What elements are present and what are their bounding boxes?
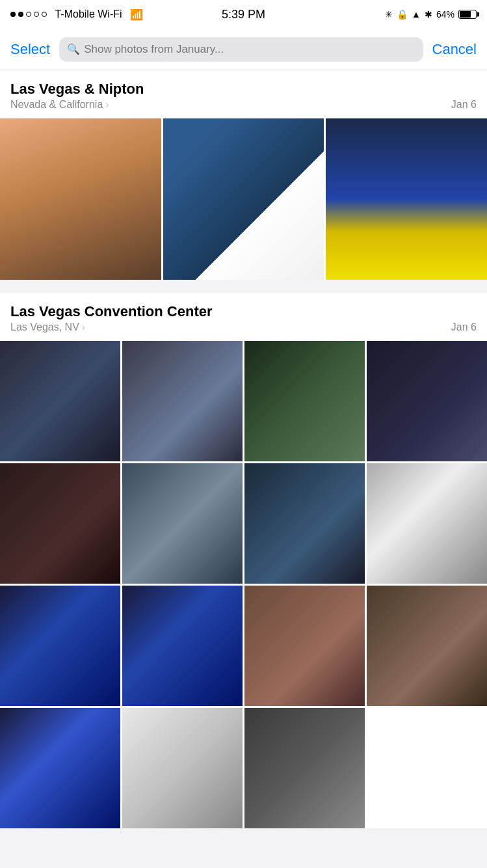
photo-cell[interactable] [0,118,161,280]
album-title-1: Las Vegas & Nipton [10,81,477,98]
photo-cell[interactable] [244,341,365,461]
photo-cell[interactable] [122,463,243,584]
battery-icon [458,10,477,19]
photo-cell[interactable] [0,586,120,706]
photo-cell[interactable] [163,118,324,280]
album-location-row-1: Nevada & California › Jan 6 [10,99,477,111]
album-location-2[interactable]: Las Vegas, NV › [10,321,85,333]
photo-cell[interactable] [0,341,120,461]
album-title-2: Las Vegas Convention Center [10,303,477,320]
photo-grid-2 [0,336,487,828]
signal-dot-3 [26,12,31,17]
select-button[interactable]: Select [7,41,54,58]
signal-dot-1 [10,12,16,17]
photo-cell[interactable] [244,586,365,706]
photo-cell[interactable] [122,586,243,706]
signal-dot-4 [34,12,39,17]
album-date-2: Jan 6 [451,321,477,333]
photo-cell[interactable] [0,463,120,584]
search-bar[interactable]: 🔍 [59,37,423,62]
photo-cell[interactable] [0,708,120,828]
brightness-icon: ✳ [385,9,393,20]
location-icon: ▲ [412,9,421,20]
photos-content: Las Vegas & Nipton Nevada & California ›… [0,70,487,828]
battery-percent: 64% [436,9,454,20]
status-left: T-Mobile Wi-Fi 📶 [10,8,143,21]
album-header-1: Las Vegas & Nipton Nevada & California ›… [0,81,487,113]
bluetooth-icon: ✱ [425,9,432,20]
nav-bar: Select 🔍 Cancel [0,29,487,70]
album-section-lvcc: Las Vegas Convention Center Las Vegas, N… [0,293,487,828]
status-right: ✳ 🔒 ▲ ✱ 64% [385,9,477,20]
album-header-2: Las Vegas Convention Center Las Vegas, N… [0,303,487,336]
signal-dot-5 [42,12,47,17]
photo-cell[interactable] [122,708,243,828]
chevron-right-icon-1: › [105,99,109,111]
photo-cell[interactable] [244,463,365,584]
photo-cell[interactable] [367,341,487,461]
album-location-row-2: Las Vegas, NV › Jan 6 [10,321,477,333]
wifi-icon: 📶 [130,8,143,21]
carrier-label: T-Mobile Wi-Fi [55,8,122,20]
album-date-1: Jan 6 [451,99,477,111]
photo-cell[interactable] [367,586,487,706]
photo-cell[interactable] [367,463,487,584]
cancel-button[interactable]: Cancel [428,41,480,58]
chevron-right-icon-2: › [82,321,85,333]
lock-icon: 🔒 [397,9,408,20]
signal-dot-2 [18,12,23,17]
photo-grid-1 [0,113,487,280]
status-bar: T-Mobile Wi-Fi 📶 5:39 PM ✳ 🔒 ▲ ✱ 64% [0,0,487,29]
photo-cell[interactable] [244,708,365,828]
photo-cell[interactable] [326,118,487,280]
search-input[interactable] [84,43,415,56]
photo-cell[interactable] [122,341,243,461]
section-divider [0,280,487,293]
album-location-1[interactable]: Nevada & California › [10,99,109,111]
search-icon: 🔍 [67,43,80,55]
album-section-las-vegas-nipton: Las Vegas & Nipton Nevada & California ›… [0,70,487,280]
status-time: 5:39 PM [222,8,265,21]
